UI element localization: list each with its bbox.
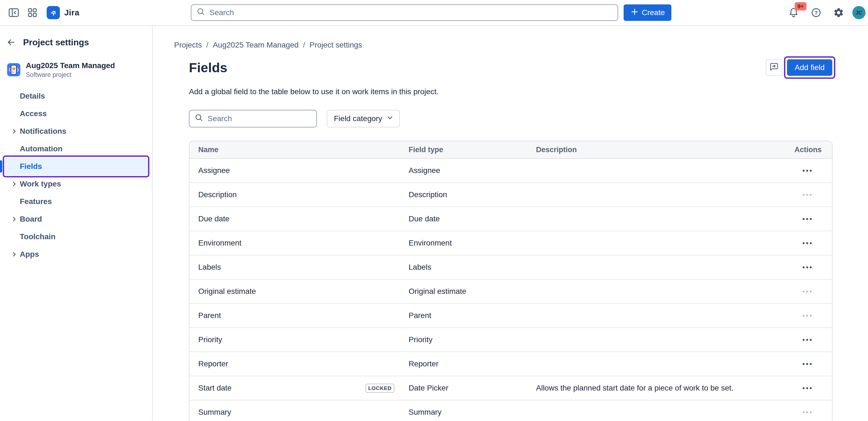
sidebar-item-label: Notifications xyxy=(20,127,66,136)
more-options-icon xyxy=(803,170,805,172)
more-options-button[interactable] xyxy=(799,287,815,296)
more-options-button[interactable] xyxy=(799,408,815,417)
sidebar-item-apps[interactable]: Apps xyxy=(4,245,148,263)
more-options-button[interactable] xyxy=(799,384,815,392)
field-type: Due date xyxy=(409,214,440,223)
page-body: Project settings Aug2025 Team Managed So… xyxy=(0,26,868,421)
field-description: Allows the planned start date for a piec… xyxy=(536,384,734,392)
field-name: Environment xyxy=(198,239,241,247)
page-inner: Fields Add field Add a global field to t… xyxy=(174,56,868,421)
add-field-button[interactable]: Add field xyxy=(787,59,832,76)
field-type: Reporter xyxy=(409,359,438,368)
table-row-assignee: Assignee Assignee xyxy=(189,159,832,183)
chevron-right-icon xyxy=(9,250,20,259)
sidebar-nav: Details Access Notifications Automation … xyxy=(0,87,152,263)
search-icon xyxy=(194,113,203,124)
field-type: Date Picker xyxy=(409,384,448,392)
table-row-priority: Priority Priority xyxy=(189,328,832,352)
fields-search-box[interactable] xyxy=(189,110,317,127)
table-row-summary: Summary Summary xyxy=(189,400,832,421)
settings-button[interactable] xyxy=(830,4,847,22)
chevron-right-icon xyxy=(9,127,20,136)
notifications-button[interactable]: 9+ xyxy=(785,4,802,22)
sidebar-item-notifications[interactable]: Notifications xyxy=(4,122,148,140)
page-header: Fields Add field xyxy=(189,56,833,80)
more-options-icon xyxy=(803,387,805,389)
sidebar-item-details[interactable]: Details xyxy=(4,87,148,105)
more-options-icon xyxy=(803,411,805,413)
table-row-reporter: Reporter Reporter xyxy=(189,352,832,376)
field-type: Parent xyxy=(409,311,431,320)
sidebar-item-label: Work types xyxy=(20,180,61,188)
plus-icon xyxy=(630,7,639,18)
sidebar-item-toolchain[interactable]: Toolchain xyxy=(4,228,148,245)
more-options-button[interactable] xyxy=(799,215,815,223)
sidebar-item-label: Toolchain xyxy=(20,232,56,241)
create-button[interactable]: Create xyxy=(624,4,672,21)
more-options-button[interactable] xyxy=(799,190,815,199)
field-name: Description xyxy=(198,190,237,199)
sidebar-toggle-button[interactable] xyxy=(5,4,23,22)
fields-table: Name Field type Description Actions Assi… xyxy=(189,141,833,421)
global-search-input[interactable] xyxy=(209,8,613,18)
table-row-parent: Parent Parent xyxy=(189,304,832,328)
chevron-down-icon xyxy=(386,114,394,124)
more-options-button[interactable] xyxy=(799,336,815,344)
main-content: Projects / Aug2025 Team Managed / Projec… xyxy=(153,26,868,421)
sidebar-item-fields[interactable]: Fields xyxy=(4,158,148,175)
more-options-icon xyxy=(803,194,805,196)
field-category-label: Field category xyxy=(334,114,382,123)
breadcrumb-separator: / xyxy=(206,40,209,50)
field-type: Labels xyxy=(409,263,431,272)
gear-icon xyxy=(833,7,844,18)
field-name: Start date xyxy=(198,384,231,392)
app-switcher-button[interactable] xyxy=(24,4,41,22)
more-options-button[interactable] xyxy=(799,263,815,272)
chevron-right-icon xyxy=(9,215,20,223)
field-name: Summary xyxy=(198,408,231,417)
app-grid-icon xyxy=(27,7,38,18)
project-info: Aug2025 Team Managed Software project xyxy=(0,52,152,83)
breadcrumb-projects[interactable]: Projects xyxy=(174,40,202,50)
sidebar-item-access[interactable]: Access xyxy=(4,105,148,122)
sidebar-item-label: Board xyxy=(20,215,42,223)
field-name: Original estimate xyxy=(198,287,256,296)
global-search-box[interactable] xyxy=(191,4,618,21)
sidebar-item-label: Details xyxy=(20,92,45,100)
page-title: Fields xyxy=(189,60,227,75)
field-name: Priority xyxy=(198,335,222,344)
more-options-icon xyxy=(803,291,805,293)
more-options-button[interactable] xyxy=(799,239,815,247)
navbar-right-cluster: 9+ ? JC xyxy=(785,4,867,22)
sidebar-item-board[interactable]: Board xyxy=(4,210,148,228)
app-name: Jira xyxy=(64,8,80,17)
breadcrumb-project[interactable]: Aug2025 Team Managed xyxy=(213,40,299,50)
sidebar-item-features[interactable]: Features xyxy=(4,193,148,210)
more-options-button[interactable] xyxy=(799,167,815,175)
sidebar-header: Project settings xyxy=(0,32,152,52)
create-button-label: Create xyxy=(642,8,665,17)
help-button[interactable]: ? xyxy=(807,4,825,22)
sidebar-collapse-icon xyxy=(8,7,20,19)
sidebar-item-work-types[interactable]: Work types xyxy=(4,175,148,193)
jira-brand: » Jira xyxy=(47,6,80,19)
project-settings-sidebar: Project settings Aug2025 Team Managed So… xyxy=(0,26,153,421)
sidebar-item-automation[interactable]: Automation xyxy=(4,140,148,158)
field-name: Parent xyxy=(198,311,221,320)
more-options-button[interactable] xyxy=(799,311,815,320)
more-options-button[interactable] xyxy=(799,360,815,368)
locked-badge: LOCKED xyxy=(366,384,394,393)
field-category-dropdown[interactable]: Field category xyxy=(327,110,400,127)
field-name: Reporter xyxy=(198,359,228,368)
feedback-button[interactable] xyxy=(766,59,782,76)
project-meta: Aug2025 Team Managed Software project xyxy=(26,61,115,79)
fields-search-input[interactable] xyxy=(207,114,311,124)
breadcrumb-project-settings[interactable]: Project settings xyxy=(309,40,362,50)
table-row-environment: Environment Environment xyxy=(189,231,832,255)
column-header-actions: Actions xyxy=(782,146,832,154)
sidebar-item-label: Fields xyxy=(20,162,42,171)
profile-avatar[interactable]: JC xyxy=(852,6,866,19)
field-type: Assignee xyxy=(409,166,440,175)
table-row-labels: Labels Labels xyxy=(189,255,832,279)
back-button[interactable] xyxy=(3,35,19,50)
